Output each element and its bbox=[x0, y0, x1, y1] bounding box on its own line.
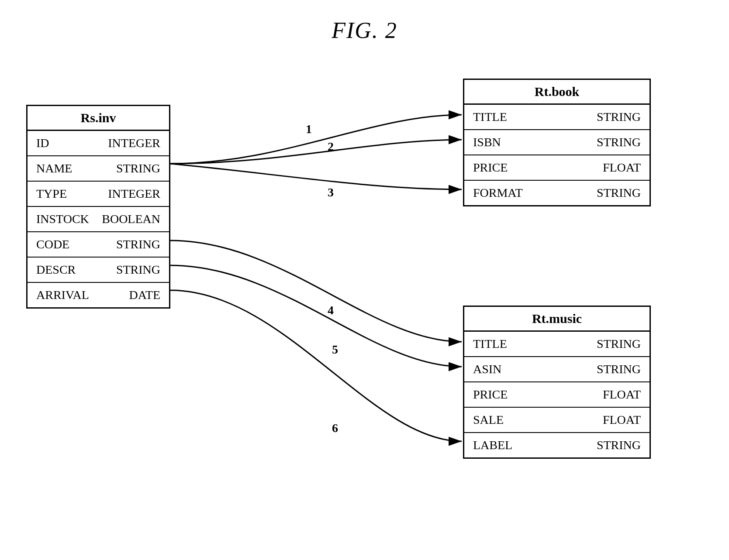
rs-inv-table: Rs.inv ID INTEGER NAME STRING TYPE INTEG… bbox=[26, 105, 170, 309]
arrow-1 bbox=[170, 115, 462, 164]
arrow-5 bbox=[170, 265, 462, 367]
arrow-label-4: 4 bbox=[328, 303, 334, 317]
table-row: INSTOCK BOOLEAN bbox=[28, 207, 169, 232]
table-row: ID INTEGER bbox=[28, 131, 169, 156]
diagram-container: Rs.inv ID INTEGER NAME STRING TYPE INTEG… bbox=[0, 52, 729, 560]
rt-music-header: Rt.music bbox=[464, 307, 650, 332]
table-row: PRICE FLOAT bbox=[464, 382, 650, 408]
arrow-label-2: 2 bbox=[328, 140, 334, 153]
table-row: DESCR STRING bbox=[28, 258, 169, 283]
arrow-label-5: 5 bbox=[332, 343, 338, 356]
table-row: CODE STRING bbox=[28, 232, 169, 258]
arrow-label-1: 1 bbox=[306, 122, 312, 136]
rt-music-table: Rt.music TITLE STRING ASIN STRING PRICE … bbox=[463, 306, 651, 459]
arrow-3 bbox=[170, 164, 462, 189]
table-row: SALE FLOAT bbox=[464, 408, 650, 433]
table-row: TITLE STRING bbox=[464, 105, 650, 130]
table-row: ARRIVAL DATE bbox=[28, 283, 169, 307]
arrow-label-3: 3 bbox=[328, 186, 334, 199]
arrow-6 bbox=[170, 290, 462, 441]
table-row: FORMAT STRING bbox=[464, 181, 650, 205]
table-row: TITLE STRING bbox=[464, 332, 650, 357]
arrow-label-6: 6 bbox=[332, 421, 338, 435]
rt-book-header: Rt.book bbox=[464, 80, 650, 105]
table-row: LABEL STRING bbox=[464, 433, 650, 457]
page-title: FIG. 2 bbox=[0, 0, 729, 43]
arrow-2 bbox=[170, 140, 462, 164]
table-row: NAME STRING bbox=[28, 156, 169, 182]
table-row: ISBN STRING bbox=[464, 130, 650, 155]
table-row: ASIN STRING bbox=[464, 357, 650, 382]
table-row: TYPE INTEGER bbox=[28, 182, 169, 207]
rt-book-table: Rt.book TITLE STRING ISBN STRING PRICE F… bbox=[463, 79, 651, 206]
table-row: PRICE FLOAT bbox=[464, 155, 650, 181]
arrow-4 bbox=[170, 240, 462, 342]
rs-inv-header: Rs.inv bbox=[28, 106, 169, 131]
